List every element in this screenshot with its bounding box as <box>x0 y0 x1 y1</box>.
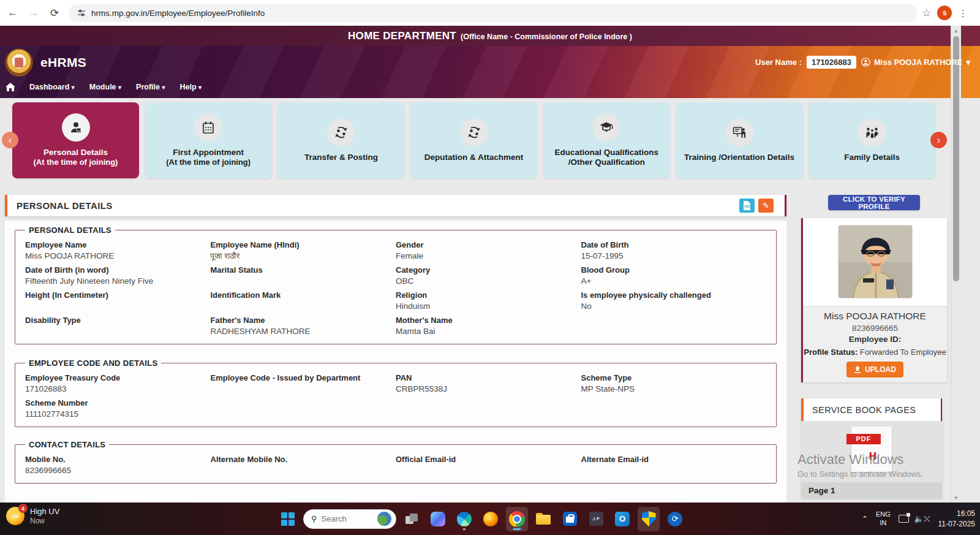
field-value: MP State-NPS <box>581 384 767 394</box>
search-highlight-thumbnail <box>377 512 391 526</box>
running-indicator <box>463 528 466 530</box>
browser-profile-avatar[interactable]: s <box>937 6 952 20</box>
file-explorer-icon[interactable] <box>532 507 554 531</box>
file-pdf-icon: PDF <box>743 201 751 210</box>
browser-menu-icon[interactable]: ⋮ <box>958 7 968 19</box>
department-banner: HOME DEPARTMENT (Office Name - Commissio… <box>0 26 980 46</box>
tray-chevron-up-icon[interactable]: ⌃ <box>862 515 868 523</box>
jp-icon[interactable]: J.P <box>585 507 607 531</box>
field-label: Scheme Number <box>25 398 211 408</box>
service-book-pdf-thumbnail[interactable]: PDF ʜ <box>851 427 892 472</box>
field-value <box>581 317 767 327</box>
field-label: Employee Code - Issued by Department <box>211 373 396 382</box>
user-icon <box>861 58 870 67</box>
user-menu[interactable]: Miss POOJA RATHORE ▾ <box>861 58 970 67</box>
tab-first-appointment[interactable]: First Appointment(At the time of joining… <box>145 102 272 178</box>
field-label: Gender <box>396 240 581 249</box>
site-info-icon[interactable] <box>77 9 86 17</box>
field-label: Disability Type <box>25 316 211 325</box>
taskbar-clock[interactable]: 16:05 11-07-2025 <box>938 509 976 528</box>
tab-family-details[interactable]: Family Details <box>809 102 935 178</box>
nav-item-dashboard[interactable]: Dashboard ▾ <box>24 80 80 94</box>
svg-text:PDF: PDF <box>744 205 750 208</box>
tab-label: Transfer & Posting <box>304 153 378 162</box>
store-icon[interactable] <box>559 507 581 531</box>
fieldset-employee-code-and-details: EMPLOYEE CODE AND DETAILSEmployee Treasu… <box>15 359 777 427</box>
tab-personal-details[interactable]: Personal Details(At the time of joining) <box>12 102 139 178</box>
scroll-up-icon[interactable]: ▲ <box>951 26 961 35</box>
field-value: Fifteenth July Nineteen Ninety Five <box>25 276 211 286</box>
verify-profile-button[interactable]: CLICK TO VERIFY PROFILE <box>828 195 920 210</box>
back-icon[interactable]: ← <box>5 5 21 21</box>
tab-training-orientation-details[interactable]: Training /Orientation Details <box>676 102 803 178</box>
field-label: Alternate Mobile No. <box>211 455 396 464</box>
profile-status-value: Forwarded To Employee <box>860 347 946 357</box>
field-cell: Alternate Email-id <box>581 452 767 477</box>
field-value: RADHESHYAM RATHORE <box>211 327 396 336</box>
language-switcher[interactable]: ENG IN <box>876 510 891 528</box>
scroll-down-icon[interactable]: ▼ <box>951 493 961 502</box>
tab-deputation-attachment[interactable]: Deputation & Attachment <box>410 102 537 178</box>
upload-button[interactable]: UPLOAD <box>846 362 903 378</box>
windows-logo-icon <box>281 512 295 526</box>
field-label: Father's Name <box>211 316 396 325</box>
url-input[interactable] <box>91 9 704 18</box>
bookmark-star-icon[interactable]: ☆ <box>922 7 931 20</box>
main-nav: Dashboard ▾Module ▾Profile ▾Help ▾ <box>5 80 211 94</box>
page-title: PERSONAL DETAILS <box>17 200 113 211</box>
field-value <box>396 400 581 410</box>
tab-sublabel: (At the time of joining) <box>34 157 118 167</box>
tab-sublabel: (At the time of joining) <box>166 157 251 167</box>
service-book-page-row[interactable]: Page 1 <box>801 482 942 498</box>
edit-button[interactable]: ✎ <box>758 199 774 213</box>
taskbar-search[interactable]: ⚲ <box>303 509 396 529</box>
tab-transfer-posting[interactable]: Transfer & Posting <box>277 102 404 178</box>
start-button[interactable] <box>277 507 299 531</box>
forward-icon[interactable]: → <box>26 5 42 21</box>
sync-icon[interactable]: ⟳ <box>664 507 686 531</box>
edge-icon[interactable] <box>453 507 475 531</box>
field-cell: Blood GroupA+ <box>581 262 767 287</box>
app-header: eHRMS User Name : 171026883 Miss POOJA R… <box>0 46 980 98</box>
tabs-scroll-right-icon[interactable]: › <box>930 132 947 148</box>
personal-details-panel: PERSONAL DETAILSEmployee NameMiss POOJA … <box>5 221 786 503</box>
field-label: Mother's Name <box>396 316 581 325</box>
service-book-panel: SERVICE BOOK PAGES PDF ʜ Page 1 <box>801 398 942 498</box>
tab-educational-qualifications-other-qualification[interactable]: Educational Qualifications /Other Qualif… <box>543 102 670 178</box>
field-cell: Scheme Number111102774315 <box>25 395 211 420</box>
transfer-icon <box>327 118 355 146</box>
home-icon[interactable] <box>5 82 16 92</box>
nav-item-help[interactable]: Help ▾ <box>175 80 207 94</box>
chrome-icon[interactable] <box>506 507 528 531</box>
tray-status-icons[interactable]: 🔈⤬ <box>899 514 930 524</box>
field-cell: CategoryOBC <box>396 262 581 287</box>
nav-item-profile[interactable]: Profile ▾ <box>131 80 170 94</box>
fieldset-contact-details: CONTACT DETAILSMobile No.8236996665Alter… <box>15 440 777 484</box>
tab-label: Family Details <box>844 153 900 162</box>
search-input[interactable] <box>322 514 373 523</box>
profile-tabs: Personal Details(At the time of joining)… <box>0 102 980 179</box>
export-pdf-button[interactable]: PDF <box>739 199 755 213</box>
field-label: Scheme Type <box>581 373 767 382</box>
firefox-icon[interactable] <box>480 507 502 531</box>
page-scrollbar[interactable]: ▲ ▼ <box>951 26 961 503</box>
tabs-scroll-left-icon[interactable]: ‹ <box>2 132 18 148</box>
page-label: Page 1 <box>809 486 835 495</box>
address-bar[interactable] <box>69 4 917 22</box>
nav-item-module[interactable]: Module ▾ <box>85 80 126 94</box>
field-value <box>581 466 767 476</box>
reload-icon[interactable]: ⟳ <box>47 5 62 21</box>
field-label: Religion <box>396 290 581 300</box>
training-icon <box>725 118 753 146</box>
profile-status: Profile Status: Forwarded To Employee <box>803 347 947 357</box>
outlook-icon[interactable] <box>611 507 633 531</box>
copilot-icon[interactable] <box>427 507 449 531</box>
field-value <box>396 466 581 476</box>
windows-security-icon[interactable] <box>638 507 660 531</box>
screen: ← → ⟳ ☆ s ⋮ HOME DEPARTMENT (Office Name… <box>0 0 980 535</box>
field-label: Is employee physically challenged <box>581 290 767 300</box>
taskbar-weather-widget[interactable]: UV 4 High UV Now <box>6 507 59 525</box>
calendar-icon <box>194 113 222 142</box>
task-view-icon[interactable] <box>401 507 423 531</box>
scrollbar-thumb[interactable] <box>953 36 959 281</box>
